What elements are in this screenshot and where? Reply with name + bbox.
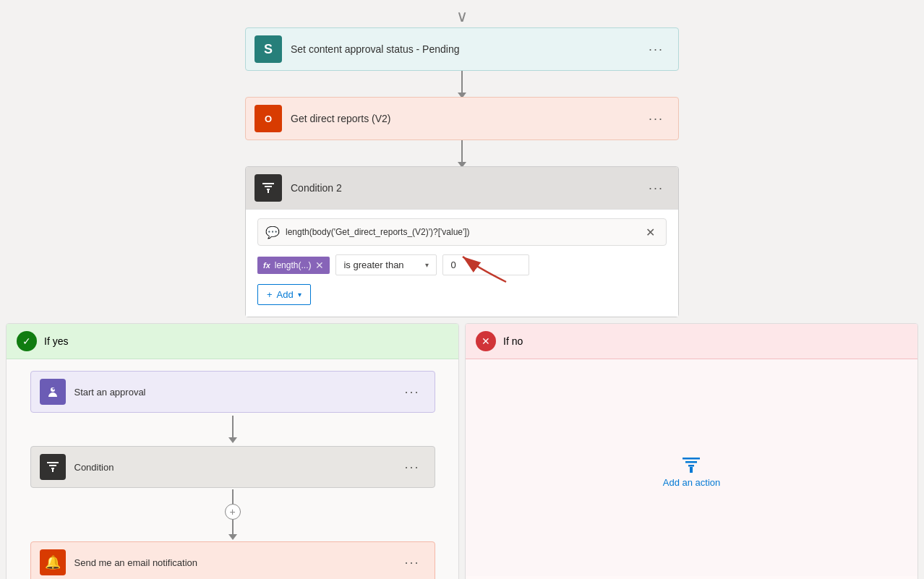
svg-rect-4	[267, 189, 270, 190]
if-no-branch: ✕ If no Add an action	[465, 323, 918, 579]
operator-label: is greater than	[343, 260, 403, 270]
condition-row: fx length(...) ✕ is greater than ▾	[257, 254, 667, 275]
send-email-icon: 🔔	[40, 549, 66, 575]
condition2-icon	[254, 174, 282, 202]
start-approval-title: Start an approval	[74, 387, 399, 398]
send-email-card: 🔔 Send me an email notification ···	[30, 541, 435, 579]
split-section: ✓ If yes Start an approval ···	[0, 317, 924, 579]
condition-sub-title: Condition	[74, 462, 399, 473]
operator-dropdown[interactable]: is greater than ▾	[335, 254, 437, 275]
condition2-title: Condition 2	[291, 182, 643, 194]
condition2-body: 💬 length(body('Get_direct_reports_(V2)')…	[246, 209, 678, 317]
chip-close-btn[interactable]: ✕	[315, 260, 324, 271]
condition-sub-icon	[40, 454, 66, 480]
send-email-title: Send me an email notification	[74, 557, 399, 568]
operator-chevron: ▾	[425, 261, 429, 269]
get-reports-card: O Get direct reports (V2) ···	[245, 97, 679, 140]
get-reports-more[interactable]: ···	[643, 108, 670, 129]
svg-text:O: O	[265, 113, 272, 124]
svg-rect-11	[49, 465, 56, 466]
svg-rect-10	[47, 462, 59, 463]
add-action-no-label: Add an action	[663, 477, 721, 488]
condition2-header: Condition 2 ···	[246, 167, 678, 209]
set-approval-more[interactable]: ···	[643, 39, 670, 60]
set-approval-card: S Set content approval status - Pending …	[245, 27, 679, 71]
arrow-1	[458, 71, 466, 98]
start-approval-icon	[40, 379, 66, 405]
svg-rect-5	[268, 190, 269, 193]
add-condition-btn[interactable]: + Add ▾	[257, 284, 311, 305]
expression-text: length(body('Get_direct_reports_(V2)')?[…	[286, 227, 641, 237]
svg-rect-21	[690, 467, 693, 473]
add-chevron-icon: ▾	[298, 291, 301, 299]
svg-rect-6	[262, 191, 267, 192]
start-approval-card: Start an approval ···	[30, 371, 435, 413]
if-no-body: Add an action	[466, 359, 917, 576]
plus-connector: +	[225, 489, 241, 540]
arrow-yes-1	[228, 416, 237, 443]
expression-close-btn[interactable]: ✕	[641, 223, 659, 241]
arrow-2	[458, 140, 466, 168]
top-chevron-icon: ∨	[456, 7, 468, 26]
plus-circle-btn[interactable]: +	[225, 504, 241, 520]
set-approval-icon: S	[254, 35, 282, 63]
start-approval-more[interactable]: ···	[398, 382, 425, 403]
if-no-label: If no	[503, 335, 523, 347]
if-yes-header: ✓ If yes	[7, 324, 458, 359]
if-yes-branch: ✓ If yes Start an approval ···	[6, 323, 459, 579]
if-yes-icon: ✓	[17, 331, 37, 351]
if-yes-body: Start an approval ···	[7, 359, 458, 579]
svg-rect-12	[51, 468, 54, 469]
func-chip-label: length(...)	[275, 260, 312, 270]
condition-sub-more[interactable]: ···	[398, 457, 425, 478]
condition2-more[interactable]: ···	[643, 178, 670, 199]
condition-sub-card: Condition ···	[30, 446, 435, 488]
svg-rect-20	[688, 465, 694, 467]
flow-top: ∨ S Set content approval status - Pendin…	[0, 0, 924, 317]
condition2-card: Condition 2 ··· 💬 length(body('Get_direc…	[245, 166, 679, 317]
expression-bar: 💬 length(body('Get_direct_reports_(V2)')…	[257, 218, 667, 246]
value-input[interactable]	[442, 254, 529, 275]
svg-rect-13	[52, 469, 54, 472]
expression-icon: 💬	[265, 226, 280, 239]
add-plus-icon: +	[267, 289, 273, 300]
send-email-more[interactable]: ···	[398, 552, 425, 573]
add-action-no-icon	[681, 454, 701, 474]
get-reports-icon: O	[254, 105, 282, 132]
if-no-icon: ✕	[476, 331, 496, 351]
fx-icon: fx	[263, 261, 270, 270]
svg-rect-2	[262, 183, 274, 184]
svg-rect-3	[265, 186, 272, 187]
if-no-header: ✕ If no	[466, 324, 917, 359]
func-chip: fx length(...) ✕	[257, 257, 330, 274]
add-btn-label: Add	[277, 289, 294, 300]
svg-rect-19	[685, 461, 697, 463]
if-yes-label: If yes	[44, 335, 68, 347]
add-action-no-btn[interactable]: Add an action	[657, 448, 727, 494]
svg-rect-7	[270, 191, 274, 192]
get-reports-title: Get direct reports (V2)	[291, 113, 643, 124]
set-approval-title: Set content approval status - Pending	[291, 43, 643, 55]
svg-rect-18	[683, 458, 700, 460]
